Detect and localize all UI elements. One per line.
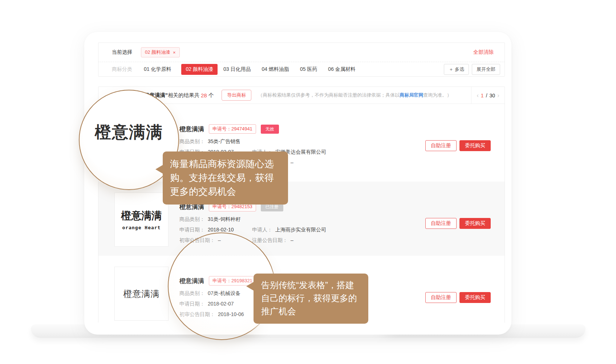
category-tab-03[interactable]: 03 日化用品 — [223, 64, 251, 75]
tooltip-line: 购。支持在线交易，获得 — [170, 171, 281, 185]
field-value: – — [291, 237, 293, 243]
field-label: 申请人： — [252, 227, 272, 232]
summary-mid: 相关的结果共 — [168, 92, 199, 99]
tooltip-line: 海量精品商标资源随心选 — [170, 157, 281, 171]
trademark-office-link[interactable]: 商标局官网 — [400, 92, 423, 98]
screenshot-stage: 当前选择 02 颜料油漆 × 全部清除 商标分类 01 化学原料 02 颜料油漆… — [0, 0, 616, 364]
callout-tooltip: 告别传统“发表格”，搭建 自己的标行，获得更多的 推广机会 — [254, 274, 368, 324]
self-register-button[interactable]: 自助注册 — [425, 218, 457, 229]
category-tools: ＋ 多选 展开全部 — [444, 64, 500, 75]
trademark-image-text: 橙意满满 — [123, 288, 160, 300]
summary-count: 28 — [201, 92, 207, 98]
entrust-buy-button[interactable]: 委托购买 — [459, 140, 491, 151]
prev-page-icon[interactable]: ‹ — [477, 92, 479, 99]
total-pages: 30 — [490, 93, 495, 98]
table-row: 橙意满满 orange Heart 橙意满满 申请号：29482153 已注册 … — [98, 182, 504, 256]
tooltip-line: 推广机会 — [261, 305, 361, 318]
disclaimer-text: （商标检索结果仅供参考，不作为商标能否注册的法律依据；具体以商标局官网查询为准。… — [258, 92, 451, 98]
trademark-image: 橙意满满 — [114, 267, 169, 321]
selected-filter-tag-label: 02 颜料油漆 — [145, 49, 170, 56]
field-label: 商品类别： — [179, 138, 205, 145]
field-label: 注册公告日期： — [252, 237, 288, 243]
field-value: – — [291, 159, 293, 165]
tooltip-line: 更多的交易机会 — [170, 185, 281, 198]
category-tab-04[interactable]: 04 燃料油脂 — [261, 64, 289, 75]
row-actions: 自助注册 委托购买 — [425, 292, 491, 303]
filter-panel: 当前选择 02 颜料油漆 × 全部清除 商标分类 01 化学原料 02 颜料油漆… — [98, 43, 505, 77]
row-actions: 自助注册 委托购买 — [425, 218, 491, 229]
callout-tooltip: 海量精品商标资源随心选 购。支持在线交易，获得 更多的交易机会 — [163, 151, 288, 205]
current-selection-label: 当前选择 — [112, 49, 132, 56]
category-tab-01[interactable]: 01 化学原料 — [143, 64, 172, 75]
pagination: ‹ 1 / 30 › — [471, 87, 504, 104]
category-row-label: 商标分类 — [112, 66, 132, 73]
field-value: 31类-饲料种籽 — [208, 216, 240, 223]
tag-close-icon[interactable]: × — [173, 50, 176, 55]
selected-filter-tag[interactable]: 02 颜料油漆 × — [141, 47, 180, 57]
expand-all-button[interactable]: 展开全部 — [472, 64, 500, 75]
status-badge: 无效 — [261, 125, 279, 134]
field-label: 申请日期： — [179, 227, 205, 233]
clear-all-link[interactable]: 全部清除 — [473, 49, 494, 56]
disclaimer-prefix: （商标检索结果仅供参考，不作为商标能否注册的法律依据；具体以 — [258, 92, 400, 98]
next-page-icon[interactable]: › — [497, 92, 499, 99]
trademark-image-subtext: orange Heart — [122, 225, 161, 230]
application-number-tag: 申请号：29474941 — [209, 124, 256, 134]
row-actions: 自助注册 委托购买 — [425, 140, 491, 151]
tooltip-line: 告别传统“发表格”，搭建 — [261, 279, 361, 292]
entrust-buy-button[interactable]: 委托购买 — [459, 218, 491, 229]
export-trademarks-button[interactable]: 导出商标 — [222, 90, 251, 101]
current-selection-row: 当前选择 02 颜料油漆 × 全部清除 — [98, 43, 504, 62]
current-page: 1 — [481, 93, 484, 98]
summary-unit: 个 — [208, 92, 214, 99]
trademark-name: 橙意满满 — [179, 125, 204, 133]
entrust-buy-button[interactable]: 委托购买 — [459, 292, 491, 303]
category-tab-05[interactable]: 05 医药 — [299, 64, 318, 75]
disclaimer-suffix: 查询为准。） — [423, 92, 451, 98]
field-value: 35类-广告销售 — [208, 138, 240, 145]
category-tab-06[interactable]: 06 金属材料 — [327, 64, 356, 75]
magnified-trademark-text: 橙意满满 — [95, 121, 163, 143]
trademark-image: 橙意满满 orange Heart — [114, 193, 169, 247]
field-value: 上海雨步实业有限公司 — [275, 227, 326, 232]
category-tab-02-selected[interactable]: 02 颜料油漆 — [181, 64, 217, 75]
multi-select-button[interactable]: ＋ 多选 — [444, 64, 469, 75]
self-register-button[interactable]: 自助注册 — [425, 292, 457, 303]
category-row: 商标分类 01 化学原料 02 颜料油漆 03 日化用品 04 燃料油脂 05 … — [98, 62, 504, 77]
page-separator: / — [486, 93, 487, 98]
field-label: 商品类别： — [179, 216, 205, 223]
tooltip-line: 自己的标行，获得更多的 — [261, 292, 361, 305]
trademark-image-text: 橙意满满 — [121, 209, 162, 223]
self-register-button[interactable]: 自助注册 — [425, 140, 457, 151]
